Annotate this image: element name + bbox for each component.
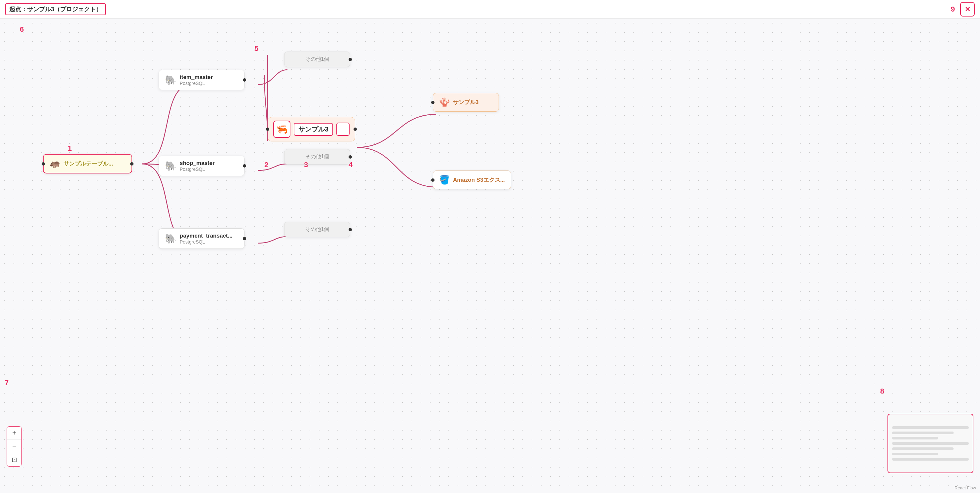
node-other-2[interactable]: その他1個 [284,149,350,165]
item-master-label: item_master [180,74,213,81]
coral-icon: 🪸 [439,97,450,107]
other3-label: その他1個 [305,226,329,233]
s3-icon: 🪣 [439,175,450,185]
edges-layer [0,19,980,493]
minimap-line-7 [892,458,969,461]
s3-label: Amazon S3エクス... [453,176,505,184]
dot-s3-in [431,178,434,182]
annotation-4: 4 [348,161,353,169]
header-right: 9 ✕ [951,2,975,16]
minimap-line-1 [892,426,969,429]
flow-area: 6 5 🐘 item_master PostgreSQL その他1個 1 🦛 サ… [0,19,980,493]
node-sample3-center[interactable]: 🦐 サンプル3 [267,117,355,142]
zoom-out-button[interactable]: − [7,440,21,453]
react-flow-label: React Flow [955,485,976,490]
dot-other2-out [348,155,352,159]
dot-item-master-out [243,78,246,82]
node-payment[interactable]: 🐘 payment_transact... PostgreSQL [159,228,245,249]
annotation-6: 6 [20,25,24,34]
minimap-line-3 [892,437,938,439]
sample3-icon: 🦐 [273,121,290,138]
minimap-line-4 [892,442,969,445]
dot-other1-out [348,58,352,61]
header-bar: 起点：サンプル3（プロジェクト） 9 ✕ [0,0,980,19]
node-s3[interactable]: 🪣 Amazon S3エクス... [433,170,511,189]
minimap-line-5 [892,447,954,450]
hippo-icon: 🦛 [49,159,60,169]
dot-payment-out [243,237,246,240]
shop-master-label: shop_master [180,160,215,167]
sample3-right-label: サンプル3 [453,99,479,106]
item-master-sub: PostgreSQL [180,81,213,86]
node-shop-master-text: shop_master PostgreSQL [180,160,215,172]
node-shop-master[interactable]: 🐘 shop_master PostgreSQL [159,156,245,176]
other2-label: その他1個 [305,153,329,160]
annotation-2: 2 [264,161,268,169]
shop-master-sub: PostgreSQL [180,167,215,172]
node-payment-text: payment_transact... PostgreSQL [180,233,232,245]
zoom-in-button[interactable]: + [7,426,21,440]
badge-9: 9 [951,5,955,14]
dot-sample3-out [353,127,357,131]
dot-source-in [41,162,45,165]
source-label: サンプルテーブル... [64,160,113,167]
dot-other3-out [348,228,352,231]
minimap-content [888,414,973,472]
dot-sample3-in [266,127,269,131]
postgresql-icon-3: 🐘 [165,233,177,244]
header-title: 起点：サンプル3（プロジェクト） [5,3,106,15]
payment-sub: PostgreSQL [180,239,232,245]
postgresql-icon: 🐘 [165,75,177,86]
postgresql-icon-2: 🐘 [165,161,177,172]
annotation-5: 5 [255,44,258,53]
annotation-8: 8 [880,387,884,396]
node-sample3-right[interactable]: 🪸 サンプル3 [433,93,499,112]
sample3-right-box [336,122,350,136]
minimap-line-6 [892,453,938,455]
payment-label: payment_transact... [180,233,232,239]
node-source[interactable]: 🦛 サンプルテーブル... [43,154,132,173]
dot-source-out [130,162,134,165]
other1-label: その他1個 [305,56,329,63]
node-item-master[interactable]: 🐘 item_master PostgreSQL [159,70,245,90]
dot-sample3-right-in [431,101,434,104]
zoom-fit-button[interactable]: ⊡ [7,453,21,466]
node-other-3[interactable]: その他1個 [284,222,350,237]
close-button[interactable]: ✕ [960,2,975,16]
annotation-7: 7 [5,378,9,387]
zoom-controls: + − ⊡ [6,426,22,467]
node-item-master-text: item_master PostgreSQL [180,74,213,86]
minimap-line-2 [892,431,954,434]
sample3-center-label: サンプル3 [294,123,333,136]
dot-shop-master-out [243,164,246,167]
annotation-1: 1 [68,144,72,153]
node-other-1[interactable]: その他1個 [284,52,350,67]
annotation-3: 3 [304,161,308,169]
minimap [888,414,974,473]
